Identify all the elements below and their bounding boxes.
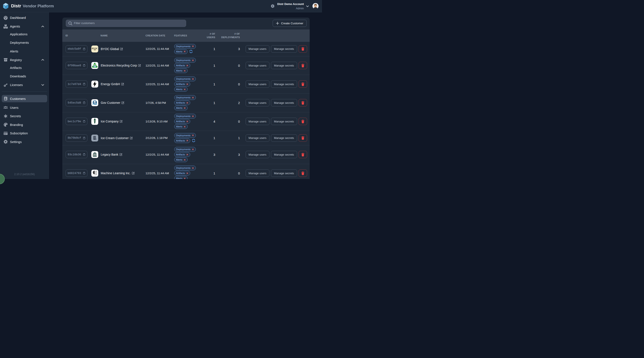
svg-text:BANK: BANK [92, 154, 97, 156]
svg-text:BYOC: BYOC [92, 47, 98, 49]
svg-text:LEARNING: LEARNING [94, 175, 96, 176]
svg-text:Global: Global [94, 49, 96, 50]
